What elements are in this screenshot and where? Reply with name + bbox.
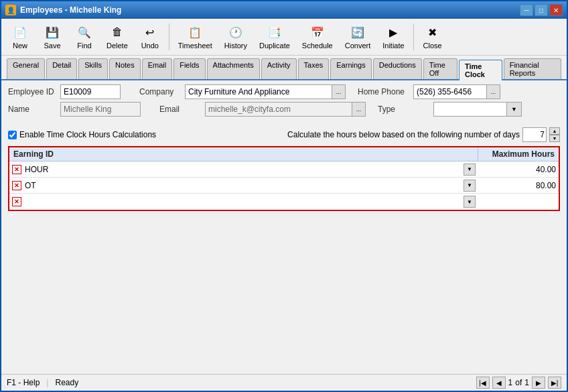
status-left: F1 - Help | Ready (7, 378, 78, 387)
days-input[interactable] (522, 127, 547, 142)
days-spinner: ▲ ▼ (549, 127, 560, 142)
max-hours-cell-1: 40.00 (478, 164, 559, 176)
title-bar: 👤 Employees - Michelle King ─ □ ✕ (1, 1, 567, 19)
earning-dropdown-2-button[interactable]: ▼ (464, 180, 476, 192)
home-phone-input[interactable] (413, 84, 487, 99)
first-page-button[interactable]: |◀ (476, 377, 490, 389)
company-browse-button[interactable]: ... (332, 84, 346, 99)
employee-id-label: Employee ID (8, 87, 55, 96)
table-row: ✕ ▼ 80.00 (9, 178, 559, 194)
help-text: F1 - Help (7, 378, 40, 387)
form-area: Employee ID Company ... Home Phone ... N… (1, 80, 567, 123)
delete-row-1-button[interactable]: ✕ (12, 165, 21, 174)
page-total: 1 (524, 378, 529, 387)
last-page-button[interactable]: ▶| (548, 377, 561, 389)
delete-row-3-button[interactable]: ✕ (12, 197, 21, 206)
home-phone-label: Home Phone (358, 87, 408, 96)
minimize-button[interactable]: ─ (520, 4, 533, 16)
company-input[interactable] (185, 84, 332, 99)
home-phone-browse-button[interactable]: ... (487, 84, 500, 99)
maximize-button[interactable]: □ (535, 4, 548, 16)
timesheet-button[interactable]: 📋 Timesheet (173, 21, 217, 52)
page-of: of (515, 378, 522, 387)
next-page-button[interactable]: ▶ (532, 377, 545, 389)
days-up-button[interactable]: ▲ (549, 127, 560, 135)
tab-taxes[interactable]: Taxes (298, 58, 330, 79)
convert-button[interactable]: 🔄 Convert (340, 21, 376, 52)
tab-activity[interactable]: Activity (261, 58, 297, 79)
table-row: ✕ ▼ 40.00 (9, 161, 559, 178)
undo-icon: ↩ (142, 24, 158, 40)
enable-checkbox[interactable] (8, 131, 17, 139)
status-right: |◀ ◀ 1 of 1 ▶ ▶| (476, 377, 561, 389)
window-icon: 👤 (5, 5, 16, 15)
delete-row-2-button[interactable]: ✕ (12, 181, 21, 190)
earning-dropdown-1-button[interactable]: ▼ (464, 164, 476, 176)
close-window-button[interactable]: ✕ (549, 4, 563, 16)
email-label: Email (159, 105, 200, 114)
close-icon: ✖ (425, 24, 441, 40)
status-text: Ready (55, 378, 78, 387)
schedule-button[interactable]: 📅 Schedule (297, 21, 338, 52)
tab-skills[interactable]: Skills (78, 58, 108, 79)
title-bar-controls: ─ □ ✕ (520, 4, 563, 16)
tab-general[interactable]: General (7, 58, 45, 79)
type-dropdown-button[interactable]: ▼ (507, 102, 522, 117)
save-button[interactable]: 💾 Save (38, 21, 67, 52)
earning-cell-1: ✕ ▼ (9, 162, 478, 177)
convert-icon: 🔄 (350, 24, 366, 40)
name-input[interactable] (60, 102, 141, 117)
status-bar: F1 - Help | Ready |◀ ◀ 1 of 1 ▶ ▶| (1, 374, 567, 391)
tab-time-clock[interactable]: Time Clock (459, 60, 502, 80)
toolbar: 📄 New 💾 Save 🔍 Find 🗑 Delete ↩ Undo 📋 Ti… (1, 19, 567, 56)
employee-id-input[interactable] (60, 84, 121, 99)
history-button[interactable]: 🕐 History (220, 21, 252, 52)
new-icon: 📄 (12, 24, 28, 40)
tab-time-off[interactable]: Time Off (423, 58, 457, 79)
new-button[interactable]: 📄 New (5, 21, 35, 52)
company-field: ... (185, 84, 346, 99)
tab-attachments[interactable]: Attachments (207, 58, 260, 79)
initiate-button[interactable]: ▶ Initiate (378, 21, 409, 52)
earning-dropdown-3-button[interactable]: ▼ (464, 196, 476, 208)
find-icon: 🔍 (76, 24, 92, 40)
tab-notes[interactable]: Notes (109, 58, 141, 79)
tab-earnings[interactable]: Earnings (330, 58, 371, 79)
type-input[interactable] (433, 102, 507, 117)
days-down-button[interactable]: ▼ (549, 135, 560, 142)
tab-financial-reports[interactable]: Financial Reports (504, 58, 561, 79)
tab-fields[interactable]: Fields (173, 58, 205, 79)
tab-bar: General Detail Skills Notes Email Fields… (1, 56, 567, 80)
time-clock-content: Enable Time Clock Hours Calculations Cal… (1, 123, 567, 374)
earning-id-input-3[interactable] (23, 196, 462, 207)
delete-button[interactable]: 🗑 Delete (102, 21, 133, 52)
max-hours-cell-3 (478, 200, 559, 203)
type-label: Type (378, 105, 428, 114)
history-icon: 🕐 (228, 24, 244, 40)
earning-id-input-2[interactable] (23, 180, 462, 191)
tab-deductions[interactable]: Deductions (373, 58, 422, 79)
duplicate-button[interactable]: 📑 Duplicate (255, 21, 295, 52)
page-current: 1 (508, 378, 513, 387)
close-button[interactable]: ✖ Close (418, 21, 447, 52)
home-phone-field: ... (413, 84, 500, 99)
tab-detail[interactable]: Detail (46, 58, 77, 79)
grid-header: Earning ID Maximum Hours (9, 147, 559, 161)
find-button[interactable]: 🔍 Find (70, 21, 99, 52)
col-max-hours: Maximum Hours (478, 147, 559, 161)
max-hours-cell-2: 80.00 (478, 180, 559, 192)
undo-button[interactable]: ↩ Undo (135, 21, 165, 52)
email-browse-button[interactable]: ... (352, 102, 366, 117)
enable-label[interactable]: Enable Time Clock Hours Calculations (8, 130, 156, 139)
schedule-icon: 📅 (309, 24, 326, 40)
earning-grid: Earning ID Maximum Hours ✕ ▼ 40.00 ✕ (8, 146, 560, 211)
status-separator: | (46, 378, 48, 387)
tab-email[interactable]: Email (142, 58, 173, 79)
main-window: 👤 Employees - Michelle King ─ □ ✕ 📄 New … (0, 0, 568, 392)
table-row: ✕ ▼ (9, 194, 559, 210)
name-label: Name (8, 105, 55, 114)
prev-page-button[interactable]: ◀ (492, 377, 506, 389)
email-input[interactable] (205, 102, 352, 117)
timesheet-icon: 📋 (187, 24, 203, 40)
earning-id-input-1[interactable] (23, 164, 462, 175)
